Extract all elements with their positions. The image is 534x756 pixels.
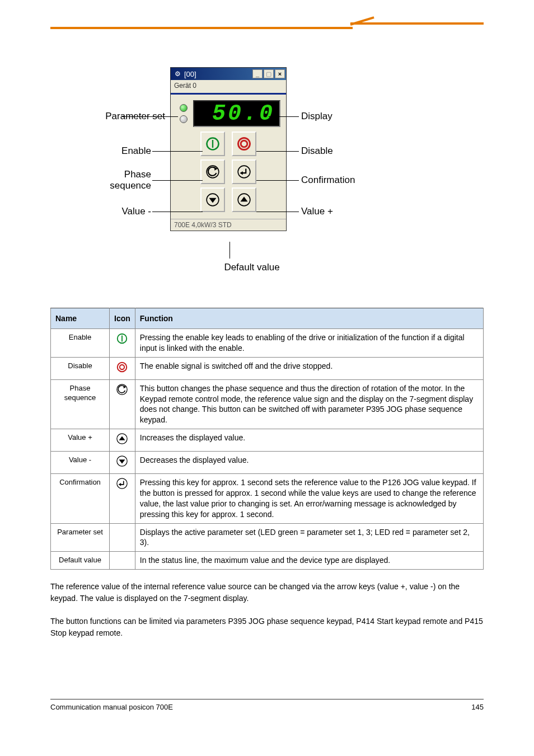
- keypad-window: ⚙ [00] _ ▢ × Gerät 0 50.0: [170, 67, 287, 231]
- confirmation-button[interactable]: [232, 159, 256, 184]
- enter-icon: [110, 474, 135, 524]
- svg-marker-9: [209, 198, 217, 203]
- table-row: Value - Decreases the displayed value.: [51, 452, 484, 474]
- label-value-plus: Value +: [301, 206, 333, 217]
- page-footer: Communication manual posicon 700E 145: [50, 699, 484, 711]
- svg-point-15: [120, 365, 124, 369]
- enable-button[interactable]: [200, 132, 225, 156]
- label-disable: Disable: [301, 145, 333, 157]
- parameter-set-leds: [180, 104, 188, 123]
- window-title: [00]: [184, 70, 252, 78]
- function-table: Name Icon Function Enable Pressing the e…: [50, 308, 484, 570]
- svg-point-14: [118, 363, 127, 372]
- maximize-button: ▢: [264, 69, 274, 78]
- table-row: Parameter set Displays the active parame…: [51, 523, 484, 552]
- seven-segment-display: 50.0: [193, 100, 280, 127]
- table-row: Confirmation Pressing this key for appro…: [51, 474, 484, 524]
- close-button[interactable]: ×: [275, 69, 285, 78]
- th-icon: Icon: [110, 308, 135, 329]
- table-row: Value + Increases the displayed value.: [51, 429, 484, 452]
- svg-point-3: [241, 140, 247, 147]
- disable-button[interactable]: [232, 132, 256, 156]
- minimize-button[interactable]: _: [252, 69, 263, 78]
- svg-point-6: [238, 166, 250, 178]
- svg-point-2: [238, 138, 250, 150]
- th-name: Name: [51, 308, 110, 329]
- svg-point-22: [117, 478, 127, 489]
- th-function: Function: [135, 308, 483, 329]
- label-enable: Enable: [39, 145, 151, 157]
- table-row: Enable Pressing the enable key leads to …: [51, 329, 484, 358]
- window-subtitle: Gerät 0: [171, 80, 286, 95]
- phase-sequence-button[interactable]: [200, 159, 225, 184]
- triangle-down-icon: [110, 452, 135, 474]
- footer-page-number: 145: [471, 703, 484, 711]
- table-row: Disable The enable signal is switched of…: [51, 357, 484, 379]
- label-phase-2: sequence: [39, 180, 151, 191]
- page-accent-rule: [50, 22, 484, 34]
- svg-marker-11: [241, 197, 248, 202]
- app-icon: ⚙: [173, 69, 182, 78]
- table-row: Default value In the status line, the ma…: [51, 552, 484, 570]
- body-paragraph-2: The button functions can be limited via …: [50, 616, 484, 639]
- label-confirmation: Confirmation: [301, 175, 355, 186]
- footer-title: Communication manual posicon 700E: [50, 703, 173, 711]
- phase-sequence-icon: [110, 379, 135, 429]
- keypad-diagram: ⚙ [00] _ ▢ × Gerät 0 50.0: [50, 67, 484, 291]
- svg-rect-1: [212, 140, 213, 148]
- svg-rect-13: [121, 336, 123, 342]
- value-plus-button[interactable]: [232, 187, 256, 212]
- body-paragraph-1: The reference value of the internal refe…: [50, 581, 484, 604]
- svg-marker-23: [119, 483, 121, 486]
- label-default-value: Default value: [196, 262, 308, 273]
- enable-icon: [110, 329, 135, 358]
- svg-marker-7: [240, 171, 242, 175]
- label-display: Display: [301, 111, 332, 122]
- label-value-minus: Value -: [39, 206, 151, 217]
- value-minus-button[interactable]: [200, 187, 225, 212]
- window-titlebar[interactable]: ⚙ [00] _ ▢ ×: [171, 68, 286, 80]
- table-row: Phase sequence This button changes the p…: [51, 379, 484, 429]
- led-grey-icon: [180, 115, 188, 123]
- label-phase-1: Phase: [39, 169, 151, 180]
- led-green-icon: [180, 104, 188, 112]
- window-status-bar: 700E 4,0kW/3 STD: [171, 219, 286, 231]
- svg-marker-19: [119, 436, 125, 440]
- disable-icon: [110, 357, 135, 379]
- triangle-up-icon: [110, 429, 135, 452]
- svg-marker-21: [119, 459, 125, 463]
